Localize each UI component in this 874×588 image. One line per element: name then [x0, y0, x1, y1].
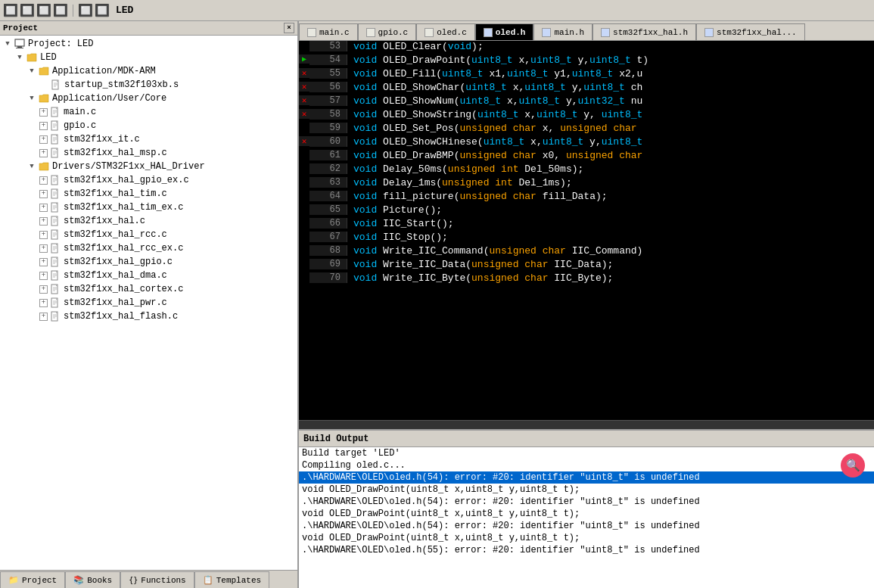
tree-item-label: stm32f1xx_it.c [64, 134, 140, 145]
tree-expand-icon: + [39, 176, 48, 185]
tree-item-gpio-c[interactable]: +gpio.c [0, 119, 297, 132]
horizontal-scrollbar[interactable] [299, 420, 874, 429]
editor-tab-tab-oled-c[interactable]: oled.c [416, 23, 475, 40]
tree-file-icon [38, 92, 50, 104]
build-output-line: .\HARDWARE\OLED\oled.h(55): error: #20: … [299, 544, 874, 556]
code-text: void OLED_ShowCHinese(uint8_t x,uint8_t … [347, 136, 874, 148]
code-text: void Delay_50ms(unsigned int Del_50ms); [347, 163, 874, 175]
breakpoint-x-icon: ✕ [302, 95, 307, 105]
line-number: 64 [309, 191, 347, 201]
tree-item-stm32-cortex[interactable]: +stm32f1xx_hal_cortex.c [0, 282, 297, 296]
tree-item-label: stm32f1xx_hal_flash.c [64, 311, 178, 322]
svg-rect-0 [15, 39, 24, 46]
tree-item-stm32-pwr[interactable]: +stm32f1xx_hal_pwr.c [0, 296, 297, 310]
tree-item-project-led[interactable]: ▼Project: LED [0, 37, 297, 51]
tree-file-icon [49, 106, 61, 118]
editor-tab-tab-main-h[interactable]: main.h [533, 23, 593, 40]
code-text: void IIC_Start(); [347, 218, 874, 229]
tree-item-main-c[interactable]: +main.c [0, 105, 297, 119]
bottom-tabs: 📁Project📚Books{}Functions📋Templates [0, 570, 297, 588]
code-editor[interactable]: 53void OLED_Clear(void);▶54void OLED_Dra… [299, 41, 874, 429]
tree-item-drivers[interactable]: ▼Drivers/STM32F1xx_HAL_Driver [0, 160, 297, 173]
breakpoint-x-icon: ✕ [302, 136, 307, 146]
tree-item-stm32-dma[interactable]: +stm32f1xx_hal_dma.c [0, 269, 297, 282]
tree-item-label: Drivers/STM32F1xx_HAL_Driver [52, 161, 205, 172]
tree-expand-icon: ▼ [27, 67, 36, 76]
breakpoint-indicator[interactable]: ✕ [299, 68, 309, 78]
tree-file-icon [49, 201, 61, 213]
breakpoint-indicator[interactable]: ✕ [299, 82, 309, 92]
tree-item-stm32-rcc-ex[interactable]: +stm32f1xx_hal_rcc_ex.c [0, 241, 297, 255]
tree-item-stm32-tim-ex[interactable]: +stm32f1xx_hal_tim_ex.c [0, 201, 297, 214]
code-text: void OLED_Clear(void); [347, 41, 874, 52]
breakpoint-x-icon: ✕ [302, 68, 307, 78]
breakpoint-indicator[interactable]: ✕ [299, 136, 309, 146]
editor-tab-tab-stm32-hal[interactable]: stm32f1xx_hal.h [593, 23, 696, 40]
editor-tab-label: oled.c [437, 28, 467, 37]
tree-file-icon [26, 51, 38, 64]
tree-file-icon [49, 269, 61, 282]
code-text: void OLED_Set_Pos(unsigned char x, unsig… [347, 123, 874, 134]
tree-item-stm32-hal[interactable]: +stm32f1xx_hal.c [0, 214, 297, 228]
code-text: void OLED_ShowChar(uint8_t x,uint8_t y,u… [347, 82, 874, 93]
project-panel-close-btn[interactable]: × [284, 23, 294, 33]
tree-item-stm32f1xx-hal-msp[interactable]: +stm32f1xx_hal_msp.c [0, 146, 297, 160]
code-line: 61void OLED_DrawBMP(unsigned char x0, un… [299, 150, 874, 163]
line-number: 65 [309, 204, 347, 215]
editor-tab-label: oled.h [496, 28, 526, 37]
tree-item-stm32-gpio[interactable]: +stm32f1xx_hal_gpio.c [0, 255, 297, 269]
search-float-icon[interactable]: 🔍 [841, 453, 865, 478]
bottom-tab-tab-books[interactable]: 📚Books [65, 571, 120, 588]
tree-expand-icon: + [39, 231, 48, 239]
editor-tab-label: gpio.c [378, 28, 409, 37]
editor-tab-tab-oled-h[interactable]: oled.h [475, 23, 534, 40]
breakpoint-indicator[interactable]: ▶ [299, 54, 309, 64]
bottom-tab-tab-functions[interactable]: {}Functions [120, 571, 194, 588]
tree-item-stm32-gpio-ex[interactable]: +stm32f1xx_hal_gpio_ex.c [0, 173, 297, 187]
tree-expand-icon: ▼ [15, 53, 24, 62]
code-line: ▶54void OLED_DrawPoint(uint8_t x,uint8_t… [299, 54, 874, 68]
editor-tab-label: main.c [319, 28, 350, 37]
tree-item-stm32-flash[interactable]: +stm32f1xx_hal_flash.c [0, 310, 297, 323]
code-line: 64void fill_picture(unsigned char fill_D… [299, 191, 874, 204]
tree-file-icon [49, 147, 61, 159]
tree-item-app-user[interactable]: ▼Application/User/Core [0, 92, 297, 105]
build-output-content: Build target 'LED'Compiling oled.c....\H… [299, 447, 874, 588]
breakpoint-x-icon: ✕ [302, 82, 307, 92]
tree-expand-icon: + [39, 258, 48, 266]
line-number: 61 [309, 150, 347, 160]
editor-tab-tab-stm32-hal2[interactable]: stm32f1xx_hal... [696, 23, 805, 40]
tree-expand-icon: + [39, 272, 48, 280]
project-tree[interactable]: ▼Project: LED▼LED▼Application/MDK-ARM st… [0, 36, 297, 570]
tree-file-icon [50, 79, 62, 91]
breakpoint-indicator[interactable]: ✕ [299, 95, 309, 105]
tree-expand-icon: ▼ [27, 162, 36, 171]
tree-item-stm32-rcc[interactable]: +stm32f1xx_hal_rcc.c [0, 228, 297, 241]
bottom-tab-tab-project[interactable]: 📁Project [0, 571, 65, 588]
code-text: void Picture(); [347, 204, 874, 216]
breakpoint-indicator[interactable]: ✕ [299, 109, 309, 119]
tab-file-icon [425, 28, 434, 37]
line-number: 55 [309, 68, 347, 79]
line-number: 70 [309, 272, 347, 283]
line-number: 62 [309, 163, 347, 174]
code-line: ✕58void OLED_ShowString(uint8_t x,uint8_… [299, 109, 874, 123]
editor-tab-label: stm32f1xx_hal.h [613, 28, 688, 37]
editor-tab-label: stm32f1xx_hal... [717, 28, 797, 37]
tree-item-stm32-tim[interactable]: +stm32f1xx_hal_tim.c [0, 187, 297, 201]
tree-item-led-root[interactable]: ▼LED [0, 51, 297, 64]
bottom-tab-tab-templates[interactable]: 📋Templates [194, 571, 269, 588]
bottom-tab-label: Templates [216, 576, 261, 585]
line-number: 59 [309, 123, 347, 133]
bottom-tab-label: Functions [141, 576, 185, 585]
tree-item-startup[interactable]: startup_stm32f103xb.s [0, 78, 297, 92]
tree-item-app-mdk[interactable]: ▼Application/MDK-ARM [0, 64, 297, 78]
code-text: void OLED_ShowNum(uint8_t x,uint8_t y,ui… [347, 95, 874, 107]
tree-expand-icon: ▼ [27, 94, 36, 103]
tree-expand-icon: + [39, 313, 48, 321]
tree-item-stm32f1xx-it[interactable]: +stm32f1xx_it.c [0, 132, 297, 146]
tree-file-icon [49, 174, 61, 186]
editor-tab-tab-gpio-c[interactable]: gpio.c [358, 23, 417, 40]
editor-tab-tab-main-c[interactable]: main.c [299, 23, 358, 40]
tree-expand-icon: + [39, 285, 48, 294]
